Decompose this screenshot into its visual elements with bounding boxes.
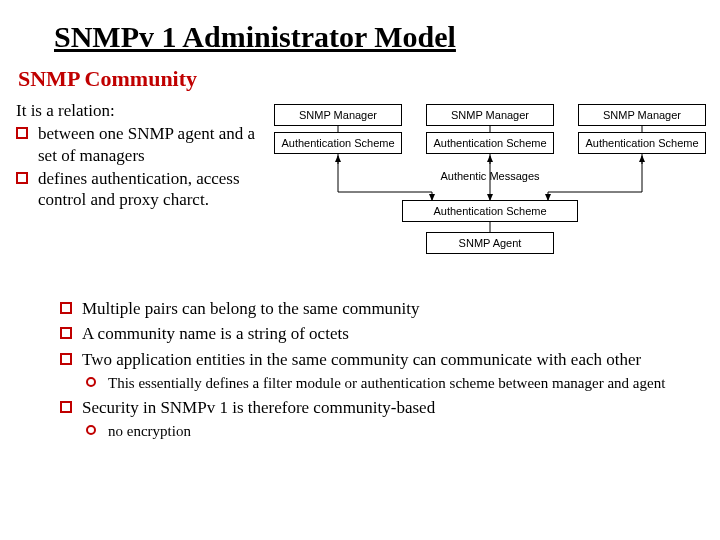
list-item-text: A community name is a string of octets xyxy=(82,324,349,343)
list-item-text: between one SNMP agent and a set of mana… xyxy=(38,124,255,164)
list-item: Multiple pairs can belong to the same co… xyxy=(60,298,702,319)
lower-block: Multiple pairs can belong to the same co… xyxy=(0,290,720,441)
sub-list-item: no encryption xyxy=(82,422,702,441)
list-item-text: Multiple pairs can belong to the same co… xyxy=(82,299,420,318)
definition-list: between one SNMP agent and a set of mana… xyxy=(16,123,262,210)
upper-row: It is a relation: between one SNMP agent… xyxy=(0,100,720,290)
circle-bullet-icon xyxy=(86,425,96,435)
list-item: A community name is a string of octets xyxy=(60,323,702,344)
sub-list-item: This essentially defines a filter module… xyxy=(82,374,702,393)
list-item-text: Security in SNMPv 1 is therefore communi… xyxy=(82,398,435,417)
sub-list: no encryption xyxy=(82,422,702,441)
list-item: Two application entities in the same com… xyxy=(60,349,702,393)
sub-list: This essentially defines a filter module… xyxy=(82,374,702,393)
intro-text: It is a relation: xyxy=(16,100,262,121)
diagram-connectors xyxy=(272,100,708,284)
square-bullet-icon xyxy=(60,353,72,365)
section-heading: SNMP Community xyxy=(0,64,720,100)
list-item: between one SNMP agent and a set of mana… xyxy=(16,123,262,166)
list-item-text: Two application entities in the same com… xyxy=(82,350,641,369)
square-bullet-icon xyxy=(60,327,72,339)
community-diagram: SNMP Manager SNMP Manager SNMP Manager A… xyxy=(272,100,708,284)
circle-bullet-icon xyxy=(86,377,96,387)
sub-item-text: no encryption xyxy=(108,423,191,439)
sub-item-text: This essentially defines a filter module… xyxy=(108,375,665,391)
lower-list: Multiple pairs can belong to the same co… xyxy=(60,298,702,441)
definition-block: It is a relation: between one SNMP agent… xyxy=(16,100,262,212)
list-item-text: defines authentication, access control a… xyxy=(38,169,240,209)
square-bullet-icon xyxy=(16,127,28,139)
slide-title: SNMPv 1 Administrator Model xyxy=(0,0,720,64)
list-item: defines authentication, access control a… xyxy=(16,168,262,211)
square-bullet-icon xyxy=(16,172,28,184)
list-item: Security in SNMPv 1 is therefore communi… xyxy=(60,397,702,441)
square-bullet-icon xyxy=(60,401,72,413)
square-bullet-icon xyxy=(60,302,72,314)
